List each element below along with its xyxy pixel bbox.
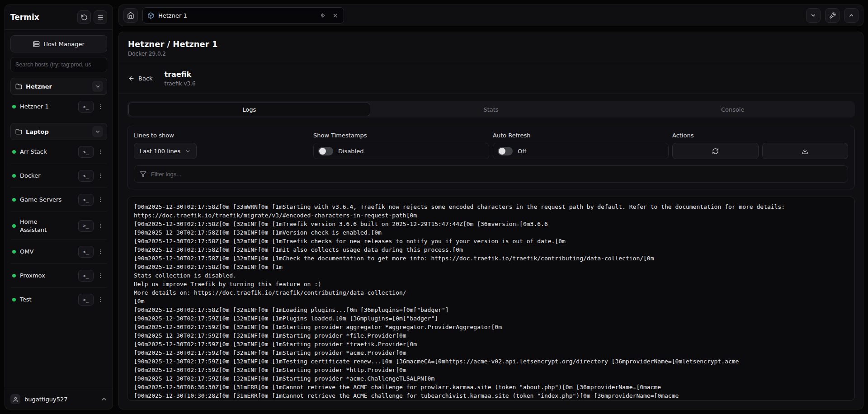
group-header-hetzner[interactable]: Hetzner xyxy=(10,78,107,95)
host-row[interactable]: OMV >_ xyxy=(10,240,107,264)
chevron-down-icon[interactable] xyxy=(92,126,103,137)
log-line: More details on: https://doc.traefik.io/… xyxy=(134,288,848,297)
download-logs-button[interactable] xyxy=(762,143,849,159)
docker-version: Docker 29.0.2 xyxy=(128,51,854,57)
terminal-icon: >_ xyxy=(83,173,89,179)
chevron-down-icon[interactable] xyxy=(92,81,103,92)
log-line: Stats collection is disabled. xyxy=(134,271,848,280)
kebab-icon xyxy=(97,104,104,110)
host-name: Docker xyxy=(20,172,41,180)
open-terminal-button[interactable]: >_ xyxy=(78,146,94,158)
host-menu-button[interactable] xyxy=(95,146,105,158)
autorefresh-label: Auto Refresh xyxy=(493,132,669,139)
host-menu-button[interactable] xyxy=(95,194,105,206)
open-terminal-button[interactable]: >_ xyxy=(78,270,94,282)
host-search-input[interactable] xyxy=(10,57,107,72)
tab-actions xyxy=(319,11,339,19)
host-manager-label: Host Manager xyxy=(43,41,85,47)
timestamps-state: Disabled xyxy=(338,148,363,155)
collapse-panel-button[interactable] xyxy=(806,8,821,23)
status-online-dot xyxy=(12,150,16,154)
user-menu[interactable]: bugattiguy527 xyxy=(5,389,113,409)
host-menu-button[interactable] xyxy=(95,294,105,306)
user-avatar-icon xyxy=(10,394,20,404)
group-header-laptop[interactable]: Laptop xyxy=(10,123,107,140)
host-search xyxy=(10,57,107,72)
container-image: traefik:v3.6 xyxy=(165,80,196,87)
log-line: [90m2025-12-30T02:17:59Z[0m [32mINF[0m [… xyxy=(134,366,848,374)
status-online-dot xyxy=(12,250,16,254)
open-terminal-button[interactable]: >_ xyxy=(78,294,94,306)
log-output[interactable]: [90m2025-12-30T02:17:58Z[0m [33mWRN[0m [… xyxy=(127,197,855,401)
app-title: Termix xyxy=(10,13,39,22)
timestamps-control: Show Timestamps Disabled xyxy=(313,132,489,159)
tools-button[interactable] xyxy=(825,8,840,23)
log-line: [90m2025-12-30T06:36:30Z[0m [31mERR[0m [… xyxy=(134,383,848,391)
sidebar-menu-button[interactable] xyxy=(94,10,107,24)
reload-button[interactable] xyxy=(77,10,91,24)
filter-icon xyxy=(140,171,146,178)
log-line: [90m2025-12-30T02:17:58Z[0m [32mINF[0m [… xyxy=(134,237,848,245)
log-line: [90m2025-12-30T02:17:59Z[0m [32mINF[0m [… xyxy=(134,357,848,366)
host-row[interactable]: Game Servers >_ xyxy=(10,188,107,212)
chevron-down-icon xyxy=(810,12,816,19)
host-row[interactable]: Home Assistant >_ xyxy=(10,212,107,240)
host-manager-button[interactable]: Host Manager xyxy=(10,35,107,52)
close-tab-button[interactable] xyxy=(331,12,339,19)
host-name: Arr Stack xyxy=(20,148,47,156)
log-line: [90m2025-12-30T02:17:58Z[0m [32mINF[0m [… xyxy=(134,220,848,228)
split-view-button[interactable] xyxy=(319,11,327,19)
open-terminal-button[interactable]: >_ xyxy=(78,194,94,206)
host-row[interactable]: Docker >_ xyxy=(10,164,107,188)
host-row[interactable]: Test >_ xyxy=(10,288,107,311)
host-menu-button[interactable] xyxy=(95,246,105,258)
toggle-switch-off[interactable] xyxy=(498,147,513,155)
toggle-switch-off[interactable] xyxy=(318,147,333,155)
host-row[interactable]: Hetzner 1 >_ xyxy=(10,95,107,118)
terminal-icon: >_ xyxy=(83,223,89,229)
log-line: [90m2025-12-30T02:17:59Z[0m [32mINF[0m [… xyxy=(134,374,848,383)
host-menu-button[interactable] xyxy=(95,170,105,182)
toggle-knob xyxy=(319,148,326,155)
expand-panel-button[interactable] xyxy=(844,8,859,23)
view-tabs-wrap: Logs Stats Console xyxy=(119,94,863,118)
folder-icon xyxy=(15,83,22,90)
tab-console[interactable]: Console xyxy=(612,103,854,116)
tab-hetzner-1[interactable]: Hetzner 1 xyxy=(142,7,344,24)
user-name: bugattiguy527 xyxy=(24,396,68,403)
autorefresh-toggle[interactable]: Off xyxy=(493,143,669,159)
page-title: Hetzner / Hetzner 1 xyxy=(128,39,854,49)
open-terminal-button[interactable]: >_ xyxy=(78,246,94,258)
sidebar-header: Termix xyxy=(5,5,113,30)
status-online-dot xyxy=(12,105,16,108)
terminal-icon: >_ xyxy=(83,273,89,279)
log-line: [90m2025-12-30T02:17:59Z[0m [32mINF[0m [… xyxy=(134,340,848,348)
lines-select[interactable]: Last 100 lines xyxy=(134,143,197,159)
refresh-logs-button[interactable] xyxy=(672,143,759,159)
tab-bar: Hetzner 1 xyxy=(118,5,863,26)
tab-stats[interactable]: Stats xyxy=(370,103,612,116)
open-terminal-button[interactable]: >_ xyxy=(78,101,94,113)
open-terminal-button[interactable]: >_ xyxy=(78,170,94,182)
filter-logs-input[interactable] xyxy=(151,171,842,178)
status-online-dot xyxy=(12,298,16,301)
home-button[interactable] xyxy=(123,8,138,23)
host-menu-button[interactable] xyxy=(95,270,105,282)
host-row[interactable]: Proxmox >_ xyxy=(10,264,107,288)
open-terminal-button[interactable]: >_ xyxy=(78,220,94,232)
tab-logs[interactable]: Logs xyxy=(128,103,370,116)
app-root: Termix Host Manager xyxy=(0,0,868,414)
timestamps-toggle[interactable]: Disabled xyxy=(313,143,489,159)
host-menu-button[interactable] xyxy=(95,101,105,113)
tab-label: Hetzner 1 xyxy=(158,12,187,19)
status-online-dot xyxy=(12,224,16,228)
host-actions: >_ xyxy=(78,270,105,282)
chevron-up-icon xyxy=(848,12,854,19)
host-group-laptop: Laptop Arr Stack >_ xyxy=(10,123,107,311)
main-area: Hetzner 1 xyxy=(118,5,863,409)
toggle-knob xyxy=(499,148,505,155)
host-menu-button[interactable] xyxy=(95,220,105,232)
refresh-icon xyxy=(712,148,719,155)
back-button[interactable]: Back xyxy=(128,75,153,82)
host-row[interactable]: Arr Stack >_ xyxy=(10,140,107,164)
